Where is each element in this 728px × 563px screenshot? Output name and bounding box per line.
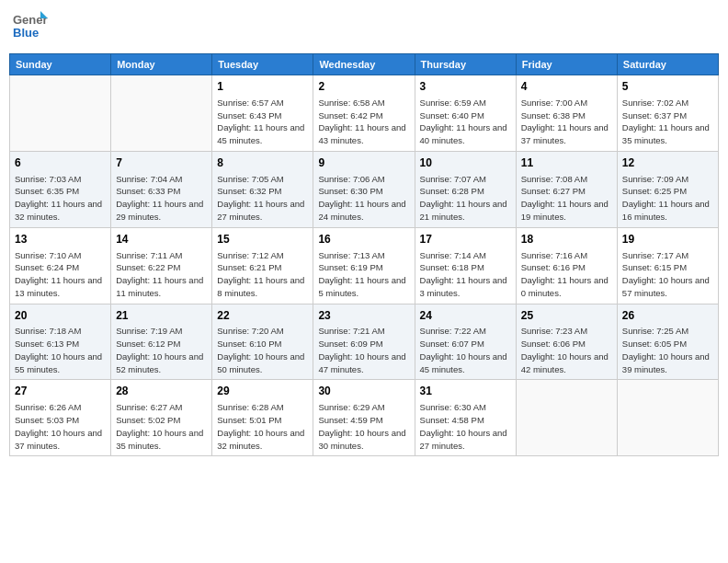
- day-number: 9: [318, 155, 409, 171]
- page-header: General Blue: [9, 9, 719, 46]
- day-info: Sunrise: 6:30 AM Sunset: 4:58 PM Dayligh…: [420, 401, 511, 452]
- week-row-4: 20Sunrise: 7:18 AM Sunset: 6:13 PM Dayli…: [10, 304, 719, 380]
- weekday-saturday: Saturday: [617, 54, 718, 75]
- svg-text:Blue: Blue: [13, 26, 39, 40]
- calendar-cell: 20Sunrise: 7:18 AM Sunset: 6:13 PM Dayli…: [10, 304, 111, 380]
- day-number: 22: [217, 308, 308, 324]
- weekday-friday: Friday: [516, 54, 617, 75]
- calendar-cell: [617, 380, 718, 456]
- day-number: 12: [622, 155, 713, 171]
- day-info: Sunrise: 7:00 AM Sunset: 6:38 PM Dayligh…: [521, 97, 612, 147]
- day-info: Sunrise: 6:26 AM Sunset: 5:03 PM Dayligh…: [15, 401, 106, 452]
- day-number: 27: [15, 384, 106, 399]
- day-info: Sunrise: 7:05 AM Sunset: 6:32 PM Dayligh…: [217, 173, 308, 224]
- calendar-cell: 10Sunrise: 7:07 AM Sunset: 6:28 PM Dayli…: [415, 151, 516, 227]
- calendar-cell: [516, 380, 617, 456]
- logo: General Blue: [13, 9, 48, 46]
- day-number: 19: [622, 232, 713, 247]
- day-number: 7: [116, 155, 207, 171]
- day-info: Sunrise: 7:17 AM Sunset: 6:15 PM Dayligh…: [622, 249, 713, 300]
- calendar-cell: 15Sunrise: 7:12 AM Sunset: 6:21 PM Dayli…: [212, 227, 313, 304]
- calendar-cell: 25Sunrise: 7:23 AM Sunset: 6:06 PM Dayli…: [516, 304, 617, 380]
- calendar-cell: 12Sunrise: 7:09 AM Sunset: 6:25 PM Dayli…: [617, 151, 718, 227]
- weekday-wednesday: Wednesday: [313, 54, 415, 75]
- weekday-header-row: SundayMondayTuesdayWednesdayThursdayFrid…: [10, 54, 719, 75]
- calendar-cell: 26Sunrise: 7:25 AM Sunset: 6:05 PM Dayli…: [617, 304, 718, 380]
- day-number: 30: [318, 384, 409, 399]
- day-info: Sunrise: 6:29 AM Sunset: 4:59 PM Dayligh…: [318, 401, 409, 452]
- day-info: Sunrise: 7:02 AM Sunset: 6:37 PM Dayligh…: [622, 97, 713, 147]
- day-number: 18: [521, 232, 612, 247]
- day-number: 20: [15, 308, 106, 324]
- week-row-2: 6Sunrise: 7:03 AM Sunset: 6:35 PM Daylig…: [10, 151, 719, 227]
- week-row-3: 13Sunrise: 7:10 AM Sunset: 6:24 PM Dayli…: [10, 227, 719, 304]
- day-number: 11: [521, 155, 612, 171]
- calendar-cell: 17Sunrise: 7:14 AM Sunset: 6:18 PM Dayli…: [415, 227, 516, 304]
- day-number: 17: [420, 232, 511, 247]
- day-info: Sunrise: 6:59 AM Sunset: 6:40 PM Dayligh…: [420, 97, 511, 147]
- calendar-cell: [111, 75, 212, 152]
- calendar-cell: 29Sunrise: 6:28 AM Sunset: 5:01 PM Dayli…: [212, 380, 313, 456]
- day-info: Sunrise: 7:07 AM Sunset: 6:28 PM Dayligh…: [420, 173, 511, 224]
- day-info: Sunrise: 7:10 AM Sunset: 6:24 PM Dayligh…: [15, 249, 106, 300]
- calendar-cell: [10, 75, 111, 152]
- weekday-sunday: Sunday: [10, 54, 111, 75]
- day-info: Sunrise: 7:12 AM Sunset: 6:21 PM Dayligh…: [217, 249, 308, 300]
- day-number: 31: [420, 384, 511, 399]
- day-number: 1: [217, 79, 308, 95]
- day-info: Sunrise: 7:14 AM Sunset: 6:18 PM Dayligh…: [420, 249, 511, 300]
- day-info: Sunrise: 7:09 AM Sunset: 6:25 PM Dayligh…: [622, 173, 713, 224]
- day-number: 3: [420, 79, 511, 95]
- day-info: Sunrise: 7:11 AM Sunset: 6:22 PM Dayligh…: [116, 249, 207, 300]
- day-number: 24: [420, 308, 511, 324]
- day-info: Sunrise: 7:18 AM Sunset: 6:13 PM Dayligh…: [15, 325, 106, 375]
- day-info: Sunrise: 7:23 AM Sunset: 6:06 PM Dayligh…: [521, 325, 612, 375]
- day-number: 5: [622, 79, 713, 95]
- day-info: Sunrise: 6:27 AM Sunset: 5:02 PM Dayligh…: [116, 401, 207, 452]
- calendar-cell: 9Sunrise: 7:06 AM Sunset: 6:30 PM Daylig…: [313, 151, 415, 227]
- day-info: Sunrise: 7:04 AM Sunset: 6:33 PM Dayligh…: [116, 173, 207, 224]
- day-number: 2: [318, 79, 409, 95]
- day-number: 13: [15, 232, 106, 247]
- calendar-cell: 21Sunrise: 7:19 AM Sunset: 6:12 PM Dayli…: [111, 304, 212, 380]
- day-number: 23: [318, 308, 409, 324]
- day-number: 10: [420, 155, 511, 171]
- calendar-cell: 3Sunrise: 6:59 AM Sunset: 6:40 PM Daylig…: [415, 75, 516, 152]
- day-number: 21: [116, 308, 207, 324]
- calendar-cell: 7Sunrise: 7:04 AM Sunset: 6:33 PM Daylig…: [111, 151, 212, 227]
- weekday-tuesday: Tuesday: [212, 54, 313, 75]
- day-info: Sunrise: 7:22 AM Sunset: 6:07 PM Dayligh…: [420, 325, 511, 375]
- day-info: Sunrise: 6:28 AM Sunset: 5:01 PM Dayligh…: [217, 401, 308, 452]
- calendar-cell: 23Sunrise: 7:21 AM Sunset: 6:09 PM Dayli…: [313, 304, 415, 380]
- day-info: Sunrise: 7:03 AM Sunset: 6:35 PM Dayligh…: [15, 173, 106, 224]
- day-info: Sunrise: 7:19 AM Sunset: 6:12 PM Dayligh…: [116, 325, 207, 375]
- calendar-cell: 28Sunrise: 6:27 AM Sunset: 5:02 PM Dayli…: [111, 380, 212, 456]
- day-number: 26: [622, 308, 713, 324]
- calendar-cell: 27Sunrise: 6:26 AM Sunset: 5:03 PM Dayli…: [10, 380, 111, 456]
- day-number: 15: [217, 232, 308, 247]
- week-row-1: 1Sunrise: 6:57 AM Sunset: 6:43 PM Daylig…: [10, 75, 719, 152]
- day-number: 16: [318, 232, 409, 247]
- weekday-thursday: Thursday: [415, 54, 516, 75]
- day-number: 4: [521, 79, 612, 95]
- day-info: Sunrise: 7:21 AM Sunset: 6:09 PM Dayligh…: [318, 325, 409, 375]
- day-info: Sunrise: 6:57 AM Sunset: 6:43 PM Dayligh…: [217, 97, 308, 147]
- calendar-cell: 1Sunrise: 6:57 AM Sunset: 6:43 PM Daylig…: [212, 75, 313, 152]
- calendar-cell: 11Sunrise: 7:08 AM Sunset: 6:27 PM Dayli…: [516, 151, 617, 227]
- calendar-cell: 30Sunrise: 6:29 AM Sunset: 4:59 PM Dayli…: [313, 380, 415, 456]
- day-number: 25: [521, 308, 612, 324]
- day-number: 28: [116, 384, 207, 399]
- calendar-cell: 19Sunrise: 7:17 AM Sunset: 6:15 PM Dayli…: [617, 227, 718, 304]
- calendar-cell: 24Sunrise: 7:22 AM Sunset: 6:07 PM Dayli…: [415, 304, 516, 380]
- day-number: 29: [217, 384, 308, 399]
- day-number: 8: [217, 155, 308, 171]
- calendar-cell: 18Sunrise: 7:16 AM Sunset: 6:16 PM Dayli…: [516, 227, 617, 304]
- calendar-cell: 4Sunrise: 7:00 AM Sunset: 6:38 PM Daylig…: [516, 75, 617, 152]
- week-row-5: 27Sunrise: 6:26 AM Sunset: 5:03 PM Dayli…: [10, 380, 719, 456]
- weekday-monday: Monday: [111, 54, 212, 75]
- calendar-cell: 6Sunrise: 7:03 AM Sunset: 6:35 PM Daylig…: [10, 151, 111, 227]
- calendar-table: SundayMondayTuesdayWednesdayThursdayFrid…: [9, 53, 719, 456]
- day-info: Sunrise: 7:13 AM Sunset: 6:19 PM Dayligh…: [318, 249, 409, 300]
- logo-icon: General Blue: [13, 9, 48, 46]
- calendar-cell: 13Sunrise: 7:10 AM Sunset: 6:24 PM Dayli…: [10, 227, 111, 304]
